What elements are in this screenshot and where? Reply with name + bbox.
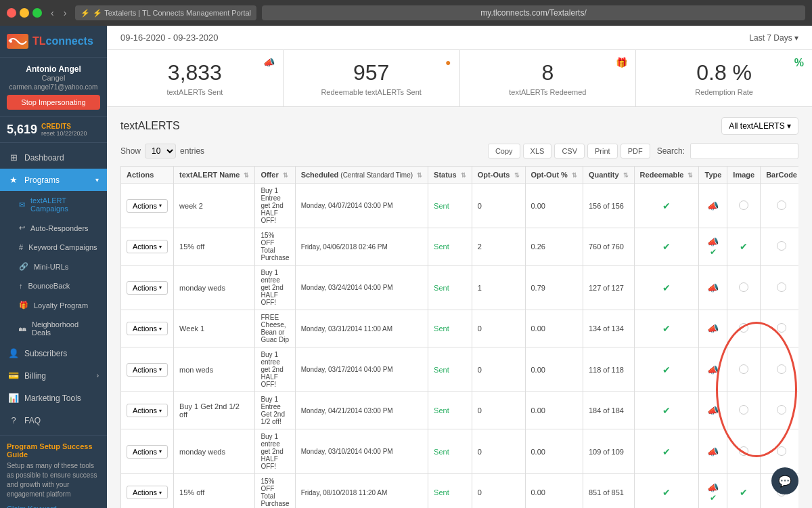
col-header-scheduled[interactable]: Scheduled (Central Standard Time) ⇅ (295, 167, 428, 184)
section-header: textALERTS All textALERTS ▾ (120, 117, 798, 135)
opt-out-pct-cell: 0.79 (525, 266, 583, 310)
entries-select[interactable]: 10 25 50 (145, 144, 176, 158)
actions-btn[interactable]: Actions ▾ (127, 486, 168, 499)
barcode-empty (777, 241, 786, 251)
sidebar-item-auto-responders[interactable]: ↩ Auto-Responders (0, 218, 107, 238)
sidebar-item-neighborhood-deals[interactable]: 🏘 Neighborhood Deals (0, 315, 107, 342)
caret-icon: ▾ (159, 284, 162, 291)
actions-btn[interactable]: Actions ▾ (127, 281, 168, 295)
redeemable-check: ✔ (662, 364, 671, 375)
claim-keyword-link[interactable]: Claim Keyword → (7, 505, 100, 508)
stat-label-rate: Redemption Rate (650, 88, 798, 96)
table-row: Actions ▾ monday weds Buy 1 entree get 2… (121, 266, 799, 310)
sidebar-item-bounceback[interactable]: ↑ BounceBack (0, 276, 107, 295)
stat-label-redeemed: textALERTs Redeemed (474, 88, 623, 96)
chat-bubble[interactable]: 💬 (771, 467, 798, 494)
sidebar-item-programs[interactable]: ★ Programs ▾ (0, 169, 107, 191)
opt-outs-cell: 0 (472, 429, 525, 474)
col-header-status[interactable]: Status ⇅ (428, 167, 472, 184)
scheduled-cell: Monday, 04/07/2014 03:00 PM (295, 184, 428, 228)
opt-out-pct-cell: 0.00 (525, 474, 583, 509)
sidebar-item-marketing-tools[interactable]: 📊 Marketing Tools (0, 387, 107, 409)
barcode-cell (761, 310, 798, 347)
chevron-right-icon: › (97, 372, 99, 379)
sidebar-item-mini-urls[interactable]: 🔗 Mini-URLs (0, 257, 107, 276)
print-btn[interactable]: Print (587, 144, 618, 158)
last-days-filter[interactable]: Last 7 Days ▾ (749, 33, 798, 43)
col-header-redeemable[interactable]: Redeemable ⇅ (634, 167, 699, 184)
actions-btn[interactable]: Actions ▾ (127, 404, 168, 417)
sidebar-item-dashboard[interactable]: ⊞ Dashboard (0, 146, 107, 169)
col-header-barcode[interactable]: BarCode (761, 167, 798, 184)
col-header-offer[interactable]: Offer ⇅ (255, 167, 295, 184)
barcode-cell (761, 429, 798, 474)
col-header-opt-outs[interactable]: Opt-Outs ⇅ (472, 167, 525, 184)
sidebar-sub-label: Neighborhood Deals (32, 320, 99, 337)
search-input[interactable] (690, 143, 798, 159)
minimize-window-btn[interactable] (20, 8, 29, 18)
address-bar[interactable]: my.tlconnects.com/Textalerts/ (262, 5, 805, 20)
sidebar-item-keyword-campaigns[interactable]: # Keyword Campaigns (0, 238, 107, 257)
actions-btn[interactable]: Actions ▾ (127, 240, 168, 253)
stat-number-redeemable: 957 (297, 60, 446, 85)
pdf-btn[interactable]: PDF (621, 144, 650, 158)
forward-btn[interactable]: › (60, 6, 70, 20)
redeemable-cell: ✔ (634, 474, 699, 509)
stop-impersonating-btn[interactable]: Stop Impersonating (7, 95, 100, 110)
opt-outs-cell: 0 (472, 310, 525, 347)
sidebar-sub-label: Mini-URLs (34, 263, 68, 271)
image-cell: ✔ (727, 474, 761, 509)
image-cell (727, 429, 761, 474)
stat-card-sent: 📣 3,833 textALERTs Sent (107, 50, 284, 106)
redeemable-cell: ✔ (634, 184, 699, 228)
col-header-opt-out-pct[interactable]: Opt-Out % ⇅ (525, 167, 583, 184)
sidebar-item-faq[interactable]: ? FAQ (0, 409, 107, 431)
maximize-window-btn[interactable] (32, 8, 42, 18)
browser-bar: ‹ › ⚡ ⚡ Textalerts | TL Connects Managem… (0, 0, 812, 26)
table-row: Actions ▾ Week 1 FREE Cheese, Bean or Gu… (121, 310, 799, 347)
copy-btn[interactable]: Copy (488, 144, 520, 158)
csv-btn[interactable]: CSV (554, 144, 585, 158)
col-header-name[interactable]: textALERT Name ⇅ (174, 167, 255, 184)
col-header-image[interactable]: Image (727, 167, 761, 184)
redeemable-check: ✔ (662, 241, 671, 252)
image-empty (739, 200, 748, 210)
col-header-type[interactable]: Type (699, 167, 727, 184)
opt-outs-cell: 0 (472, 392, 525, 429)
type-cell: 📣✔ (699, 474, 727, 509)
sidebar-item-loyalty-program[interactable]: 🎁 Loyalty Program (0, 295, 107, 315)
close-window-btn[interactable] (7, 8, 16, 18)
name-cell: 15% off (174, 474, 255, 509)
table-row: Actions ▾ 15% off 15% OFF Total Purchase… (121, 228, 799, 266)
sidebar-sub-label: BounceBack (28, 282, 70, 290)
sidebar-item-textalert-campaigns[interactable]: ✉ textALERT Campaigns (0, 191, 107, 218)
offer-cell: Buy 1 entree get 2nd HALF OFF! (255, 347, 295, 392)
billing-icon: 💳 (8, 371, 19, 381)
actions-btn[interactable]: Actions ▾ (127, 199, 168, 213)
redeemable-cell: ✔ (634, 347, 699, 392)
sidebar-item-billing[interactable]: 💳 Billing › (0, 364, 107, 387)
actions-btn[interactable]: Actions ▾ (127, 363, 168, 377)
xls-btn[interactable]: XLS (523, 144, 552, 158)
actions-btn[interactable]: Actions ▾ (127, 322, 168, 335)
col-header-quantity[interactable]: Quantity ⇅ (583, 167, 634, 184)
table-row: Actions ▾ week 2 Buy 1 Entree get 2nd HA… (121, 184, 799, 228)
user-name: Antonio Angel (7, 64, 100, 74)
actions-btn[interactable]: Actions ▾ (127, 445, 168, 459)
nav-menu: ⊞ Dashboard ★ Programs ▾ ✉ textALERT Cam… (0, 143, 107, 435)
table-row: Actions ▾ 15% off 15% OFF Total Purchase… (121, 474, 799, 509)
chevron-icon: ▾ (95, 176, 99, 184)
name-cell: monday weds (174, 429, 255, 474)
sidebar-item-subscribers[interactable]: 👤 Subscribers (0, 342, 107, 364)
col-header-actions: Actions (121, 167, 174, 184)
scheduled-cell: Monday, 03/17/2014 04:00 PM (295, 347, 428, 392)
actions-cell: Actions ▾ (121, 228, 174, 266)
filter-dropdown[interactable]: All textALERTS ▾ (721, 117, 798, 135)
textalert-icon: ✉ (19, 200, 25, 209)
type-icon: 📣 (707, 482, 719, 493)
app-container: TLconnects Antonio Angel Cangel carmen.a… (0, 26, 812, 508)
image-cell (727, 347, 761, 392)
show-label: Show (120, 146, 141, 156)
back-btn[interactable]: ‹ (47, 6, 58, 20)
barcode-empty (777, 405, 786, 415)
